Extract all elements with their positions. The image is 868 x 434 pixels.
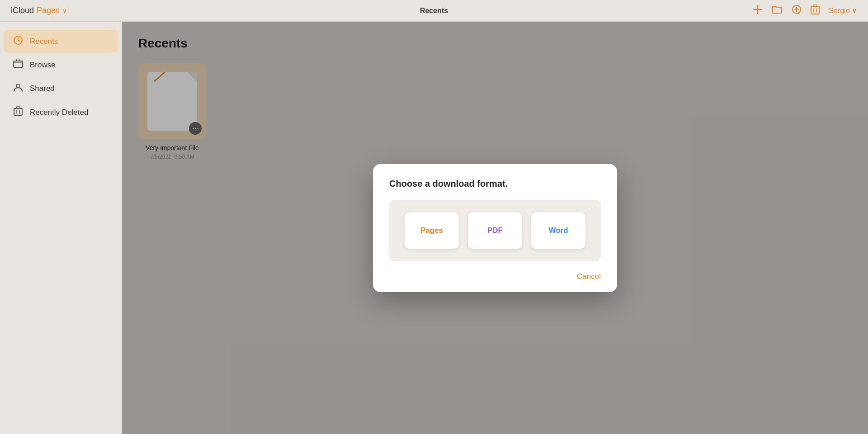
recents-icon (13, 35, 24, 47)
topbar-actions: Sergio ∨ (753, 5, 857, 17)
sidebar-item-recently-deleted[interactable]: Recently Deleted (4, 101, 118, 124)
sidebar-item-browse[interactable]: Browse (4, 54, 118, 76)
modal-title: Choose a download format. (389, 179, 601, 189)
svg-rect-4 (811, 7, 819, 14)
svg-rect-10 (14, 61, 23, 67)
format-pdf-button[interactable]: PDF (468, 212, 522, 249)
user-menu[interactable]: Sergio ∨ (829, 6, 857, 15)
browse-icon (13, 59, 24, 71)
sidebar-shared-label: Shared (30, 84, 55, 93)
recently-deleted-icon (13, 106, 24, 118)
icloud-label: iCloud (11, 6, 34, 15)
svg-rect-18 (16, 107, 20, 108)
sidebar-recently-deleted-label: Recently Deleted (30, 108, 88, 117)
format-options: Pages PDF Word (389, 200, 601, 261)
download-format-modal: Choose a download format. Pages PDF Word… (373, 164, 617, 292)
sidebar-browse-label: Browse (30, 61, 56, 70)
modal-footer: Cancel (389, 272, 601, 281)
sidebar-item-shared[interactable]: Shared (4, 77, 118, 100)
modal-overlay: Choose a download format. Pages PDF Word… (122, 22, 868, 434)
delete-icon[interactable] (811, 5, 820, 17)
shared-icon (13, 82, 24, 94)
svg-rect-8 (813, 5, 817, 7)
format-pages-button[interactable]: Pages (405, 212, 459, 249)
sidebar: Recents Browse Shared Recently Deleted (0, 22, 122, 434)
content-area: Recents ··· Very Important File 7/5/2021… (122, 22, 868, 434)
app-title[interactable]: iCloud Pages ∨ (11, 6, 67, 15)
upload-icon[interactable] (792, 5, 802, 17)
svg-point-13 (16, 84, 20, 88)
format-word-button[interactable]: Word (531, 212, 585, 249)
main-layout: Recents Browse Shared Recently Deleted R… (0, 22, 868, 434)
app-dropdown-chevron[interactable]: ∨ (62, 7, 67, 14)
topbar: iCloud Pages ∨ Recents Sergio ∨ (0, 0, 868, 22)
sidebar-item-recents[interactable]: Recents (4, 30, 118, 53)
svg-rect-14 (14, 108, 22, 115)
pages-label: Pages (37, 6, 60, 15)
sidebar-recents-label: Recents (30, 37, 58, 46)
topbar-title: Recents (420, 7, 448, 15)
folder-icon[interactable] (772, 5, 783, 16)
cancel-button[interactable]: Cancel (577, 272, 601, 281)
add-icon[interactable] (753, 5, 763, 17)
